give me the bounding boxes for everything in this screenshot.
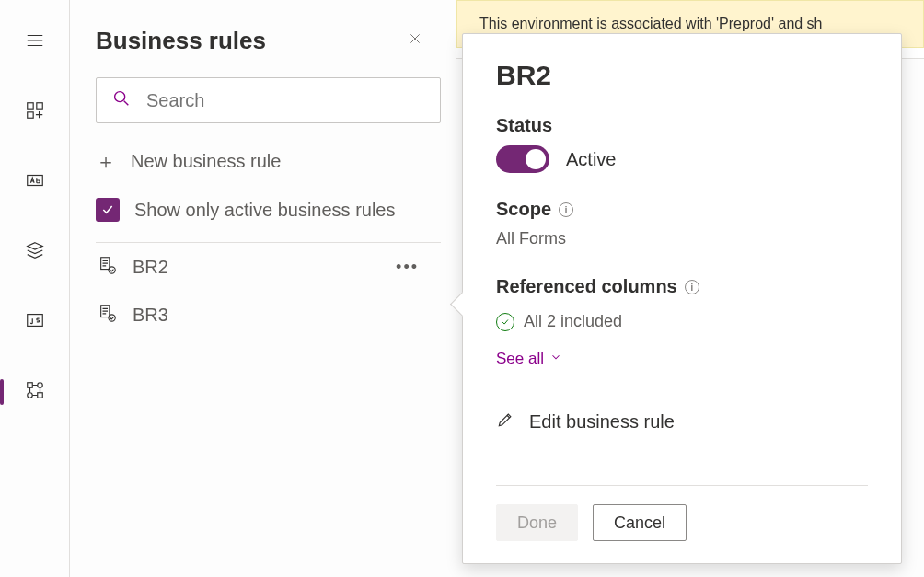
svg-rect-2 [27, 112, 32, 118]
rule-details-flyout: BR2 Status Active Scope i All Forms Refe… [462, 33, 902, 564]
hamburger-icon [25, 30, 45, 54]
filter-label: Show only active business rules [134, 200, 395, 221]
business-rules-panel: Business rules ＋ New business rule Show … [70, 0, 456, 577]
info-icon[interactable]: i [559, 202, 573, 217]
panel-title: Business rules [96, 27, 266, 55]
rule-name: BR3 [133, 305, 168, 326]
rule-name: BR2 [133, 257, 168, 278]
rule-icon [98, 255, 118, 280]
new-rule-label: New business rule [131, 151, 281, 172]
active-filter-row[interactable]: Show only active business rules [96, 198, 448, 222]
done-button[interactable]: Done [496, 504, 578, 541]
svg-rect-3 [27, 176, 42, 186]
svg-point-13 [109, 314, 115, 320]
svg-point-7 [27, 393, 32, 398]
nav-layers[interactable] [15, 236, 55, 269]
nav-text[interactable] [15, 166, 55, 199]
cancel-button[interactable]: Cancel [593, 504, 687, 541]
flyout-footer: Done Cancel [496, 485, 868, 563]
edit-business-rule-button[interactable]: Edit business rule [496, 410, 868, 433]
status-value: Active [566, 149, 616, 170]
status-label: Status [496, 115, 868, 136]
close-panel-button[interactable] [400, 26, 430, 55]
ref-columns-summary: All 2 included [496, 312, 868, 331]
text-icon [25, 170, 45, 194]
nav-script[interactable] [15, 306, 55, 339]
checkbox-checked-icon [96, 198, 120, 222]
js-icon [25, 310, 45, 334]
scope-value: All Forms [496, 229, 868, 248]
see-all-link[interactable]: See all [496, 350, 868, 368]
pencil-icon [496, 410, 514, 433]
rule-item-br3[interactable]: BR3 [96, 291, 448, 339]
nav-apps[interactable] [15, 96, 55, 129]
layers-icon [25, 240, 45, 264]
check-circle-icon [496, 313, 514, 331]
svg-point-6 [37, 383, 42, 388]
nav-menu[interactable] [15, 26, 55, 59]
search-box[interactable] [96, 77, 441, 123]
svg-point-9 [115, 92, 125, 102]
more-icon[interactable]: ••• [396, 258, 419, 277]
warning-text: This environment is associated with 'Pre… [479, 16, 823, 32]
svg-point-11 [109, 266, 115, 272]
new-business-rule-button[interactable]: ＋ New business rule [96, 151, 448, 172]
nav-rail [0, 0, 70, 577]
info-icon[interactable]: i [685, 280, 699, 294]
svg-rect-8 [37, 393, 42, 398]
flow-icon [25, 380, 45, 404]
grid-icon [25, 100, 45, 124]
status-toggle[interactable] [496, 145, 549, 173]
rule-item-br2[interactable]: BR2 ••• [96, 243, 448, 291]
flyout-title: BR2 [496, 60, 868, 91]
svg-rect-1 [36, 103, 41, 109]
rule-icon [98, 303, 118, 328]
svg-rect-0 [27, 103, 32, 109]
close-icon [408, 31, 422, 50]
ref-columns-label: Referenced columns i [496, 276, 868, 297]
svg-rect-5 [27, 383, 32, 388]
chevron-down-icon [549, 350, 562, 368]
search-input[interactable] [144, 89, 425, 112]
plus-icon: ＋ [96, 152, 116, 172]
scope-label: Scope i [496, 199, 868, 220]
search-icon [111, 88, 132, 112]
nav-flow[interactable] [15, 375, 55, 409]
svg-rect-4 [27, 315, 42, 327]
